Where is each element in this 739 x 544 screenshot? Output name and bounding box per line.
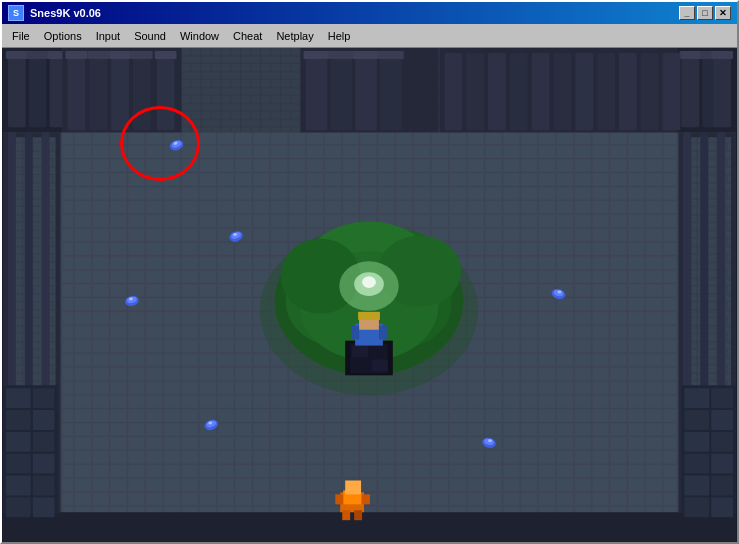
window-title: Snes9K v0.06 [30,7,101,19]
svg-point-136 [488,439,492,442]
svg-rect-139 [345,480,361,494]
svg-rect-111 [372,346,388,358]
svg-rect-117 [351,326,359,340]
svg-rect-68 [3,512,736,542]
svg-rect-31 [713,53,731,127]
svg-rect-81 [33,497,55,517]
svg-rect-92 [711,476,733,496]
svg-rect-52 [554,53,572,130]
svg-rect-50 [510,53,528,130]
minimize-button[interactable]: _ [679,6,695,20]
svg-rect-13 [8,53,26,127]
svg-rect-80 [6,497,31,517]
svg-rect-76 [6,454,31,474]
title-bar: S Snes9K v0.06 _ □ ✕ [2,2,737,24]
svg-point-130 [233,233,237,236]
menu-help[interactable]: Help [322,28,357,44]
svg-rect-29 [681,53,699,127]
svg-rect-78 [6,476,31,496]
svg-rect-56 [641,53,659,130]
svg-rect-37 [89,53,107,130]
svg-rect-112 [352,359,368,371]
svg-rect-17 [27,51,49,59]
svg-rect-49 [488,53,506,130]
menu-cheat[interactable]: Cheat [227,28,268,44]
svg-rect-75 [33,432,55,452]
menu-options[interactable]: Options [38,28,88,44]
svg-rect-143 [354,510,362,520]
close-button[interactable]: ✕ [715,6,731,20]
svg-rect-32 [679,51,701,59]
svg-rect-88 [711,432,733,452]
svg-rect-47 [444,53,462,130]
svg-rect-77 [33,454,55,474]
svg-point-124 [129,297,133,300]
svg-rect-22 [355,53,377,130]
svg-rect-27 [378,51,404,59]
window-controls: _ □ ✕ [679,6,731,20]
svg-rect-53 [575,53,593,130]
svg-rect-20 [306,53,328,130]
svg-rect-14 [29,53,47,127]
svg-rect-16 [6,51,28,59]
menu-netplay[interactable]: Netplay [270,28,319,44]
svg-rect-21 [330,53,352,130]
svg-rect-57 [663,53,681,130]
svg-rect-36 [67,53,85,130]
svg-point-133 [208,421,212,424]
svg-rect-43 [109,51,131,59]
svg-rect-91 [684,476,709,496]
menu-window[interactable]: Window [174,28,225,44]
svg-rect-87 [684,432,709,452]
svg-rect-79 [33,476,55,496]
svg-rect-55 [619,53,637,130]
svg-rect-141 [362,494,370,504]
svg-rect-93 [684,497,709,517]
svg-rect-90 [711,454,733,474]
svg-rect-72 [6,410,31,430]
svg-rect-38 [111,53,129,130]
svg-rect-41 [65,51,87,59]
svg-point-127 [557,291,561,294]
svg-rect-34 [711,51,733,59]
svg-rect-39 [133,53,151,130]
svg-rect-48 [466,53,484,130]
svg-point-107 [362,276,376,288]
svg-rect-45 [155,51,177,59]
svg-rect-116 [358,312,380,320]
svg-rect-44 [131,51,153,59]
svg-rect-71 [33,388,55,408]
svg-rect-51 [532,53,550,130]
main-window: S Snes9K v0.06 _ □ ✕ File Options Input … [0,0,739,544]
svg-rect-113 [372,359,388,371]
svg-rect-84 [711,388,733,408]
svg-rect-110 [352,346,368,358]
svg-rect-73 [33,410,55,430]
svg-rect-26 [353,51,379,59]
game-area [2,48,737,542]
svg-rect-42 [87,51,109,59]
svg-rect-86 [711,410,733,430]
svg-rect-24 [304,51,330,59]
svg-rect-83 [684,388,709,408]
app-icon: S [8,5,24,21]
svg-rect-54 [597,53,615,130]
menu-bar: File Options Input Sound Window Cheat Ne… [2,24,737,48]
menu-sound[interactable]: Sound [128,28,172,44]
svg-rect-94 [711,497,733,517]
menu-input[interactable]: Input [90,28,126,44]
svg-rect-118 [379,326,387,340]
svg-rect-142 [342,510,350,520]
svg-rect-140 [335,494,343,504]
restore-button[interactable]: □ [697,6,713,20]
svg-rect-74 [6,432,31,452]
svg-rect-23 [380,53,402,130]
svg-rect-85 [684,410,709,430]
svg-rect-40 [157,53,175,130]
game-scene [2,48,737,542]
menu-file[interactable]: File [6,28,36,44]
svg-rect-89 [684,454,709,474]
svg-rect-25 [328,51,354,59]
title-bar-left: S Snes9K v0.06 [8,5,101,21]
svg-rect-70 [6,388,31,408]
